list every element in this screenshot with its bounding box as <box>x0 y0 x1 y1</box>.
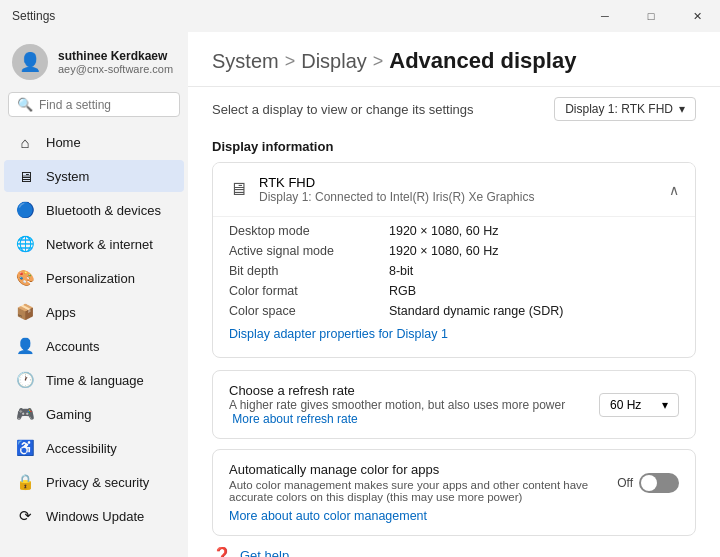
refresh-rate-desc: A higher rate gives smoother motion, but… <box>229 398 599 426</box>
avatar: 👤 <box>12 44 48 80</box>
sidebar-item-accounts[interactable]: 👤 Accounts <box>4 330 184 362</box>
sidebar-item-personalization[interactable]: 🎨 Personalization <box>4 262 184 294</box>
sidebar-item-time[interactable]: 🕐 Time & language <box>4 364 184 396</box>
sidebar-item-label: Bluetooth & devices <box>46 203 161 218</box>
display-card-name: RTK FHD <box>259 175 534 190</box>
user-email: aey@cnx-software.com <box>58 63 173 75</box>
toggle-label: Off <box>617 476 633 490</box>
table-row: Bit depth8-bit <box>229 261 679 281</box>
refresh-rate-info: Choose a refresh rate A higher rate give… <box>229 383 599 426</box>
personalization-icon: 🎨 <box>16 269 34 287</box>
apps-icon: 📦 <box>16 303 34 321</box>
row-label: Color format <box>229 281 389 301</box>
time-icon: 🕐 <box>16 371 34 389</box>
breadcrumb-display[interactable]: Display <box>301 50 367 73</box>
titlebar: Settings ─ □ ✕ <box>0 0 720 32</box>
accounts-icon: 👤 <box>16 337 34 355</box>
home-icon: ⌂ <box>16 133 34 151</box>
display-card-toggle[interactable]: 🖥 RTK FHD Display 1: Connected to Intel(… <box>213 163 695 216</box>
display-card-left: 🖥 RTK FHD Display 1: Connected to Intel(… <box>229 175 534 204</box>
chevron-down-icon: ▾ <box>679 102 685 116</box>
user-info: suthinee Kerdkaew aey@cnx-software.com <box>58 49 173 75</box>
color-card-title: Automatically manage color for apps <box>229 462 617 477</box>
sidebar-item-label: Home <box>46 135 81 150</box>
page-header: System > Display > Advanced display <box>188 32 720 87</box>
sidebar-item-privacy[interactable]: 🔒 Privacy & security <box>4 466 184 498</box>
sidebar-item-bluetooth[interactable]: 🔵 Bluetooth & devices <box>4 194 184 226</box>
chevron-up-icon: ∧ <box>669 182 679 198</box>
breadcrumb: System > Display > Advanced display <box>212 48 576 74</box>
sidebar-item-label: Apps <box>46 305 76 320</box>
row-label: Desktop mode <box>229 221 389 241</box>
user-profile[interactable]: 👤 suthinee Kerdkaew aey@cnx-software.com <box>0 32 188 88</box>
user-name: suthinee Kerdkaew <box>58 49 173 63</box>
breadcrumb-sep-2: > <box>373 51 384 72</box>
color-card-row: Automatically manage color for apps Auto… <box>229 462 679 503</box>
get-help-link[interactable]: ❓ Get help <box>212 546 696 557</box>
network-icon: 🌐 <box>16 235 34 253</box>
search-input[interactable] <box>39 98 188 112</box>
sidebar-item-label: Gaming <box>46 407 92 422</box>
row-label: Active signal mode <box>229 241 389 261</box>
accessibility-icon: ♿ <box>16 439 34 457</box>
sidebar-item-label: Privacy & security <box>46 475 149 490</box>
refresh-rate-card: Choose a refresh rate A higher rate give… <box>212 370 696 439</box>
sidebar-item-network[interactable]: 🌐 Network & internet <box>4 228 184 260</box>
search-icon: 🔍 <box>17 97 33 112</box>
bluetooth-icon: 🔵 <box>16 201 34 219</box>
sidebar-item-label: Windows Update <box>46 509 144 524</box>
row-value: 1920 × 1080, 60 Hz <box>389 221 679 241</box>
sidebar-item-label: System <box>46 169 89 184</box>
window-controls: ─ □ ✕ <box>582 0 720 32</box>
window-title: Settings <box>12 9 55 23</box>
maximize-button[interactable]: □ <box>628 0 674 32</box>
refresh-rate-title: Choose a refresh rate <box>229 383 599 398</box>
sidebar-item-gaming[interactable]: 🎮 Gaming <box>4 398 184 430</box>
refresh-rate-selector[interactable]: 60 Hz ▾ <box>599 393 679 417</box>
footer-links: ❓ Get help 👤 Give feedback <box>212 546 696 557</box>
display-selector-label: Display 1: RTK FHD <box>565 102 673 116</box>
sidebar-item-accessibility[interactable]: ♿ Accessibility <box>4 432 184 464</box>
breadcrumb-sep-1: > <box>285 51 296 72</box>
display-adapter-link[interactable]: Display adapter properties for Display 1 <box>229 327 448 341</box>
row-label: Bit depth <box>229 261 389 281</box>
color-card-info: Automatically manage color for apps Auto… <box>229 462 617 503</box>
table-row: Desktop mode1920 × 1080, 60 Hz <box>229 221 679 241</box>
search-box[interactable]: 🔍 <box>8 92 180 117</box>
page-description: Select a display to view or change its s… <box>212 102 474 117</box>
monitor-icon: 🖥 <box>229 179 247 200</box>
sidebar-item-apps[interactable]: 📦 Apps <box>4 296 184 328</box>
display-info-card: 🖥 RTK FHD Display 1: Connected to Intel(… <box>212 162 696 358</box>
color-management-link[interactable]: More about auto color management <box>229 509 427 523</box>
sidebar-item-system[interactable]: 🖥 System <box>4 160 184 192</box>
display-info-table: Desktop mode1920 × 1080, 60 HzActive sig… <box>229 221 679 321</box>
table-row: Active signal mode1920 × 1080, 60 Hz <box>229 241 679 261</box>
minimize-button[interactable]: ─ <box>582 0 628 32</box>
content-area: Display information 🖥 RTK FHD Display 1:… <box>188 131 720 557</box>
refresh-rate-desc-text: A higher rate gives smoother motion, but… <box>229 398 565 412</box>
color-management-toggle[interactable] <box>639 473 679 493</box>
table-row: Color spaceStandard dynamic range (SDR) <box>229 301 679 321</box>
color-management-card: Automatically manage color for apps Auto… <box>212 449 696 536</box>
sidebar-item-windows-update[interactable]: ⟳ Windows Update <box>4 500 184 532</box>
row-value: Standard dynamic range (SDR) <box>389 301 679 321</box>
display-selector[interactable]: Display 1: RTK FHD ▾ <box>554 97 696 121</box>
system-icon: 🖥 <box>16 167 34 185</box>
close-button[interactable]: ✕ <box>674 0 720 32</box>
update-icon: ⟳ <box>16 507 34 525</box>
sidebar: 👤 suthinee Kerdkaew aey@cnx-software.com… <box>0 32 188 557</box>
chevron-down-icon: ▾ <box>662 398 668 412</box>
sidebar-item-home[interactable]: ⌂ Home <box>4 126 184 158</box>
refresh-rate-link[interactable]: More about refresh rate <box>232 412 357 426</box>
breadcrumb-system[interactable]: System <box>212 50 279 73</box>
table-row: Color formatRGB <box>229 281 679 301</box>
app-container: 👤 suthinee Kerdkaew aey@cnx-software.com… <box>0 32 720 557</box>
row-value: 1920 × 1080, 60 Hz <box>389 241 679 261</box>
display-card-info: RTK FHD Display 1: Connected to Intel(R)… <box>259 175 534 204</box>
row-value: RGB <box>389 281 679 301</box>
display-card-desc: Display 1: Connected to Intel(R) Iris(R)… <box>259 190 534 204</box>
sidebar-item-label: Accounts <box>46 339 99 354</box>
row-value: 8-bit <box>389 261 679 281</box>
sidebar-item-label: Network & internet <box>46 237 153 252</box>
sidebar-item-label: Accessibility <box>46 441 117 456</box>
